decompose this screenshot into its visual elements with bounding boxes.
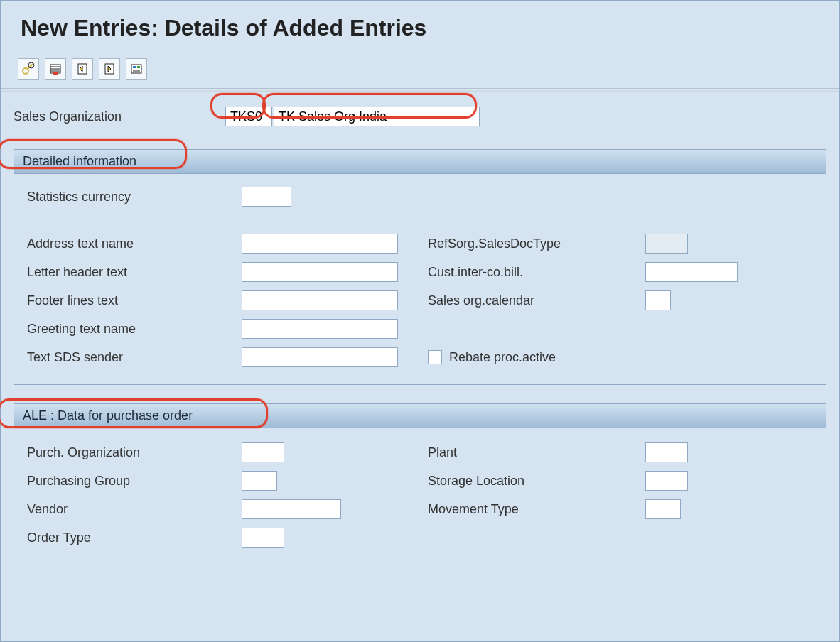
purch-grp-label: Purchasing Group [27,474,242,489]
sales-org-name-input[interactable] [274,107,480,126]
sales-org-code-input[interactable] [225,107,272,126]
toggle-display-change-icon[interactable] [18,58,39,80]
letter-header-label: Letter header text [27,265,242,280]
svg-rect-14 [137,66,140,68]
order-type-input[interactable] [242,528,284,548]
storage-loc-label: Storage Location [428,474,645,489]
mvt-type-label: Movement Type [428,502,645,517]
sales-cal-input[interactable] [645,290,671,310]
delete-entry-icon[interactable] [45,58,66,80]
plant-label: Plant [428,445,645,460]
next-entry-icon[interactable] [99,58,120,80]
previous-entry-icon[interactable] [72,58,93,80]
sales-cal-label: Sales org.calendar [428,293,645,308]
greeting-input[interactable] [242,319,398,339]
svg-rect-7 [53,72,58,75]
stat-currency-input[interactable] [242,187,291,207]
addr-text-label: Address text name [27,236,242,251]
text-sds-input[interactable] [242,347,398,367]
rebate-label: Rebate proc.active [449,350,556,365]
order-type-label: Order Type [27,531,242,545]
footer-lines-label: Footer lines text [27,293,242,308]
stat-currency-label: Statistics currency [27,190,242,205]
vendor-input[interactable] [242,499,341,519]
purch-grp-input[interactable] [242,471,277,491]
footer-lines-input[interactable] [242,290,398,310]
sales-org-label: Sales Organization [14,109,225,124]
mvt-type-input[interactable] [645,499,681,519]
svg-rect-13 [133,66,136,68]
purch-org-input[interactable] [242,442,284,462]
ale-data-group: ALE : Data for purchase order Purch. Org… [14,403,826,565]
storage-loc-input[interactable] [645,471,688,491]
greeting-label: Greeting text name [27,322,242,337]
letter-header-input[interactable] [242,262,398,282]
other-entry-icon[interactable] [126,58,147,80]
toolbar [1,57,839,88]
group-header-ale: ALE : Data for purchase order [14,404,826,428]
cust-inter-input[interactable] [645,262,738,282]
rebate-checkbox[interactable] [428,350,442,364]
purch-org-label: Purch. Organization [27,445,242,460]
cust-inter-label: Cust.inter-co.bill. [428,265,645,280]
refsorg-input [645,234,688,254]
plant-input[interactable] [645,442,688,462]
svg-point-0 [23,68,28,74]
refsorg-label: RefSorg.SalesDocType [428,236,645,251]
vendor-label: Vendor [27,502,242,517]
detailed-information-group: Detailed information Statistics currency… [14,149,826,385]
page-title: New Entries: Details of Added Entries [1,1,839,57]
group-header-detailed: Detailed information [14,150,826,174]
text-sds-label: Text SDS sender [27,350,242,365]
addr-text-input[interactable] [242,234,398,254]
